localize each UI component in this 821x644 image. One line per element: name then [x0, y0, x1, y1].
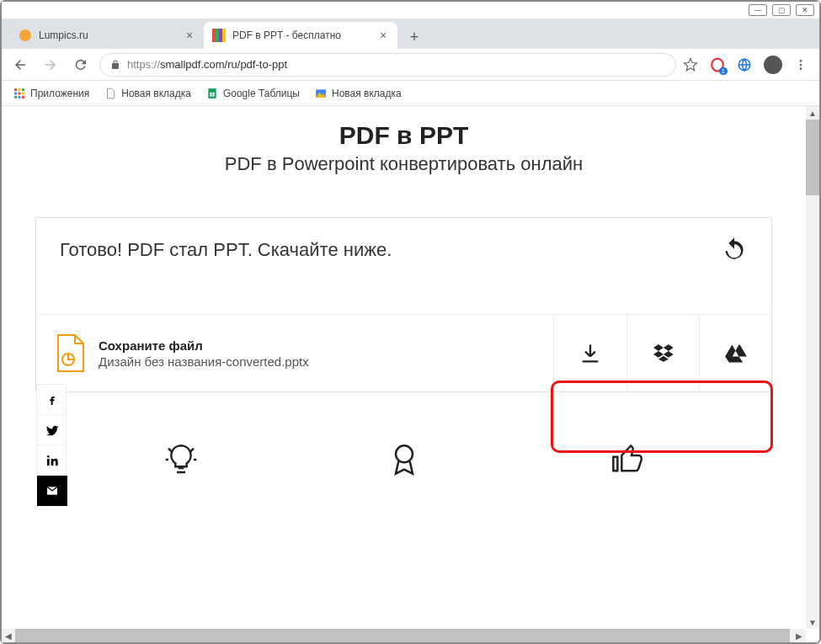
svg-point-0	[19, 29, 31, 41]
svg-rect-1	[212, 29, 216, 42]
share-twitter-button[interactable]	[37, 415, 67, 445]
save-actions	[553, 315, 771, 391]
svg-point-9	[800, 67, 802, 70]
reload-icon	[73, 57, 88, 72]
star-icon[interactable]	[683, 57, 698, 72]
file-name: Дизайн без названия-converted.pptx	[99, 354, 309, 369]
address-bar[interactable]: https://smallpdf.com/ru/pdf-to-ppt	[99, 53, 676, 77]
extension-opera-icon[interactable]: 1	[710, 57, 725, 72]
svg-rect-25	[47, 459, 50, 466]
file-icon	[104, 88, 116, 99]
favicon-lumpics	[19, 29, 32, 42]
bookmark-label: Новая вкладка	[121, 88, 191, 99]
back-button[interactable]	[8, 53, 32, 77]
feature-row	[35, 443, 772, 502]
tab-close-icon[interactable]: ×	[184, 29, 195, 41]
lock-icon	[110, 59, 120, 71]
reload-button[interactable]	[69, 53, 93, 77]
facebook-icon	[45, 393, 59, 407]
file-text: Сохраните файл Дизайн без названия-conve…	[99, 338, 309, 369]
tab-strip: Lumpics.ru × PDF в PPT - бесплатно × +	[2, 19, 819, 49]
browser-toolbar: https://smallpdf.com/ru/pdf-to-ppt 1	[2, 49, 819, 81]
pptx-file-icon	[55, 334, 85, 373]
tab-lumpics[interactable]: Lumpics.ru ×	[10, 22, 204, 49]
svg-rect-11	[19, 88, 21, 91]
scroll-up-arrow[interactable]: ▲	[806, 106, 819, 120]
svg-rect-3	[219, 29, 222, 42]
window-minimize-button[interactable]: —	[749, 4, 767, 16]
content-area: PDF в PPT PDF в Powerpoint конвертироват…	[2, 106, 819, 642]
google-drive-button[interactable]	[699, 315, 771, 391]
share-email-button[interactable]	[37, 476, 67, 506]
file-row: Сохраните файл Дизайн без названия-conve…	[36, 314, 771, 391]
bookmark-label: Приложения	[30, 88, 89, 99]
arrow-right-icon	[43, 57, 58, 72]
bookmarks-bar: Приложения Новая вкладка Google Таблицы …	[2, 81, 819, 106]
svg-rect-18	[22, 95, 24, 98]
sheets-icon	[206, 88, 218, 99]
window-close-button[interactable]: ✕	[796, 4, 814, 16]
tab-title: PDF в PPT - бесплатно	[232, 29, 371, 41]
apps-button[interactable]: Приложения	[13, 88, 89, 99]
apps-icon	[13, 88, 25, 99]
mail-icon	[45, 484, 59, 498]
scroll-right-arrow[interactable]: ▶	[792, 629, 806, 642]
file-info: Сохраните файл Дизайн без названия-conve…	[36, 315, 553, 391]
svg-rect-14	[19, 92, 21, 94]
share-facebook-button[interactable]	[37, 385, 67, 415]
download-button[interactable]	[554, 315, 626, 391]
favicon-smallpdf	[212, 29, 226, 42]
forward-button[interactable]	[39, 53, 62, 77]
tab-smallpdf[interactable]: PDF в PPT - бесплатно ×	[204, 22, 397, 49]
svg-rect-13	[14, 92, 17, 94]
dropbox-icon	[651, 342, 676, 365]
scroll-thumb-v[interactable]	[806, 120, 819, 195]
scroll-down-arrow[interactable]: ▼	[806, 615, 819, 629]
arrow-left-icon	[13, 57, 28, 72]
status-message: Готово! PDF стал PPT. Скачайте ниже.	[60, 239, 392, 261]
bookmark-label: Google Таблицы	[223, 88, 300, 99]
page-viewport: PDF в PPT PDF в Powerpoint конвертироват…	[2, 106, 819, 642]
extension-badge: 1	[719, 67, 728, 75]
window-titlebar: — ▢ ✕	[2, 2, 819, 19]
bookmark-newtab-2[interactable]: Новая вкладка	[315, 88, 402, 99]
svg-rect-10	[14, 88, 17, 91]
toolbar-right: 1	[683, 56, 813, 74]
vertical-scrollbar[interactable]: ▲ ▼	[806, 106, 819, 629]
picture-icon	[315, 88, 327, 99]
restart-button[interactable]	[721, 237, 748, 263]
restart-icon	[721, 237, 748, 263]
svg-point-7	[800, 60, 802, 62]
scroll-thumb-h[interactable]	[15, 629, 790, 642]
result-panel: Готово! PDF стал PPT. Скачайте ниже.	[35, 217, 772, 392]
globe-icon[interactable]	[737, 57, 752, 72]
svg-rect-16	[14, 95, 17, 98]
twitter-icon	[45, 423, 59, 437]
svg-point-8	[800, 63, 802, 66]
google-drive-icon	[723, 342, 749, 365]
profile-avatar[interactable]	[764, 56, 782, 74]
window-maximize-button[interactable]: ▢	[772, 4, 791, 16]
tab-title: Lumpics.ru	[39, 29, 177, 41]
share-linkedin-button[interactable]	[37, 445, 67, 476]
url-text: https://smallpdf.com/ru/pdf-to-ppt	[127, 58, 287, 71]
menu-icon[interactable]	[794, 58, 808, 72]
bookmark-gsheets[interactable]: Google Таблицы	[206, 88, 300, 99]
page-subtitle: PDF в Powerpoint конвертировать онлайн	[35, 153, 772, 175]
bookmark-newtab-1[interactable]: Новая вкладка	[104, 88, 191, 99]
svg-point-26	[47, 455, 50, 458]
thumbs-up-icon	[610, 443, 644, 476]
save-label: Сохраните файл	[99, 338, 309, 353]
new-tab-button[interactable]: +	[403, 25, 426, 49]
page-heading: PDF в PPT PDF в Powerpoint конвертироват…	[35, 121, 772, 175]
linkedin-icon	[45, 454, 59, 467]
dropbox-button[interactable]	[626, 315, 699, 391]
result-message-row: Готово! PDF стал PPT. Скачайте ниже.	[36, 218, 771, 314]
horizontal-scrollbar[interactable]: ◀ ▶	[2, 629, 806, 642]
tab-close-icon[interactable]: ×	[377, 29, 389, 41]
svg-rect-2	[216, 29, 219, 42]
svg-rect-4	[222, 29, 226, 42]
download-icon	[578, 342, 602, 365]
scroll-left-arrow[interactable]: ◀	[2, 629, 15, 642]
bookmark-label: Новая вкладка	[332, 88, 402, 99]
